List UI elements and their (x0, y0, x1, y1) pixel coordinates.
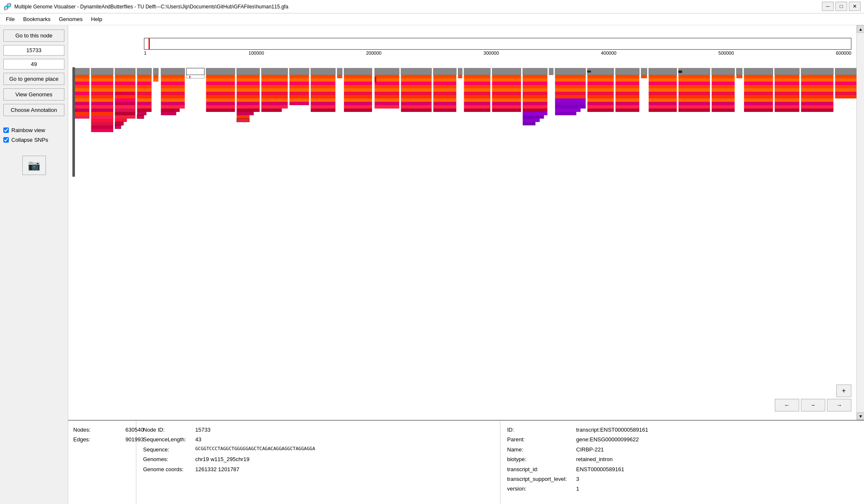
svg-rect-300 (678, 109, 710, 112)
svg-rect-78 (161, 109, 179, 112)
maximize-button[interactable]: □ (835, 2, 847, 11)
svg-rect-111 (261, 75, 288, 78)
svg-rect-41 (115, 98, 136, 102)
svg-rect-228 (523, 98, 548, 102)
choose-annotation-button[interactable]: Choose Annotation (3, 104, 64, 116)
rainbow-view-checkbox[interactable] (3, 127, 9, 133)
svg-rect-292 (678, 82, 710, 85)
svg-rect-15 (91, 68, 113, 75)
ruler-tick-100k: 100000 (249, 50, 264, 56)
svg-rect-186 (433, 85, 457, 88)
menu-file[interactable]: File (2, 14, 19, 24)
svg-rect-338 (775, 105, 800, 109)
svg-rect-327 (744, 109, 773, 112)
goto-node-button[interactable]: Go to this node (3, 29, 64, 42)
svg-rect-317 (744, 75, 773, 78)
goto-genome-button[interactable]: Go to genome place (3, 73, 64, 85)
svg-rect-119 (261, 102, 288, 105)
svg-rect-26 (91, 109, 113, 112)
svg-rect-179 (401, 102, 432, 105)
seq-length-value: 43 (195, 435, 201, 444)
ruler-tick-200k: 200000 (366, 50, 382, 56)
svg-rect-81 (186, 75, 204, 78)
svg-rect-202 (464, 92, 490, 95)
svg-rect-219 (492, 109, 521, 112)
view-genomes-button[interactable]: View Genomes (3, 88, 64, 101)
svg-rect-289 (678, 68, 710, 75)
menu-bookmarks[interactable]: Bookmarks (19, 14, 55, 24)
svg-rect-180 (401, 105, 432, 109)
annot-id-label: ID: (507, 425, 574, 435)
svg-rect-161 (375, 82, 399, 85)
navigation-buttons: + ← − → (775, 385, 851, 411)
ruler-tick-600k: 600000 (836, 50, 851, 56)
svg-rect-77 (161, 105, 185, 109)
vertical-scrollbar[interactable]: ▲ ▼ (856, 25, 864, 420)
svg-rect-154 (344, 98, 372, 102)
svg-rect-217 (492, 102, 521, 105)
svg-rect-122 (290, 68, 309, 75)
screenshot-button[interactable]: 📷 (22, 156, 46, 175)
svg-rect-64 (153, 68, 158, 75)
svg-rect-344 (801, 85, 833, 88)
annot-transcript-id-value: ENST00000589161 (576, 464, 624, 474)
svg-rect-225 (523, 88, 548, 92)
svg-rect-337 (775, 102, 800, 105)
svg-rect-359 (835, 95, 857, 98)
svg-rect-25 (91, 105, 113, 109)
svg-rect-87 (206, 85, 235, 88)
nodes-label: Nodes: (73, 425, 124, 435)
pan-right-button[interactable]: → (827, 399, 851, 411)
svg-rect-80 (186, 68, 204, 75)
svg-rect-218 (492, 105, 521, 109)
svg-rect-348 (801, 98, 833, 102)
pan-left-button[interactable]: ← (775, 399, 799, 411)
svg-rect-261 (588, 109, 614, 112)
svg-rect-193 (433, 109, 457, 112)
seq-length-input[interactable] (3, 59, 64, 69)
minimize-button[interactable]: ─ (822, 2, 834, 11)
ruler-container: 630540 1 100000 200000 300000 400000 500… (144, 38, 851, 56)
svg-rect-18 (91, 82, 113, 85)
zoom-out-button[interactable]: − (801, 399, 825, 411)
collapse-snps-checkbox[interactable] (3, 137, 9, 143)
svg-rect-5 (73, 85, 89, 88)
svg-rect-10 (73, 102, 89, 105)
scroll-up-arrow[interactable]: ▲ (857, 25, 864, 33)
svg-rect-195 (458, 75, 462, 78)
svg-rect-299 (678, 105, 710, 109)
svg-rect-173 (401, 82, 432, 85)
svg-rect-79 (161, 112, 176, 115)
svg-rect-71 (161, 85, 185, 88)
genomes-label: Genomes: (143, 454, 194, 464)
menu-help[interactable]: Help (87, 14, 106, 24)
svg-rect-21 (91, 92, 113, 95)
close-button[interactable]: ✕ (849, 2, 861, 11)
scroll-down-arrow[interactable]: ▼ (857, 412, 864, 420)
ruler-tick-500k: 500000 (718, 50, 734, 56)
svg-rect-353 (835, 75, 857, 78)
svg-rect-164 (375, 92, 399, 95)
svg-rect-200 (464, 85, 490, 88)
svg-rect-246 (555, 102, 586, 105)
zoom-in-button[interactable]: + (836, 385, 851, 397)
svg-rect-73 (161, 92, 185, 95)
genome-visualization[interactable] (72, 67, 860, 177)
svg-rect-182 (433, 68, 457, 75)
svg-rect-254 (588, 85, 614, 88)
menu-genomes[interactable]: Genomes (55, 14, 87, 24)
node-id-input[interactable] (3, 45, 64, 56)
svg-rect-67 (161, 68, 185, 75)
svg-rect-138 (311, 92, 335, 95)
svg-rect-29 (91, 119, 113, 122)
svg-rect-210 (492, 78, 521, 82)
svg-rect-205 (464, 102, 490, 105)
svg-rect-143 (311, 109, 335, 112)
svg-rect-129 (290, 95, 309, 98)
svg-rect-75 (161, 98, 185, 102)
svg-rect-86 (206, 82, 235, 85)
svg-rect-232 (523, 112, 548, 115)
svg-rect-155 (344, 102, 372, 105)
svg-rect-214 (492, 92, 521, 95)
svg-rect-357 (835, 88, 857, 92)
